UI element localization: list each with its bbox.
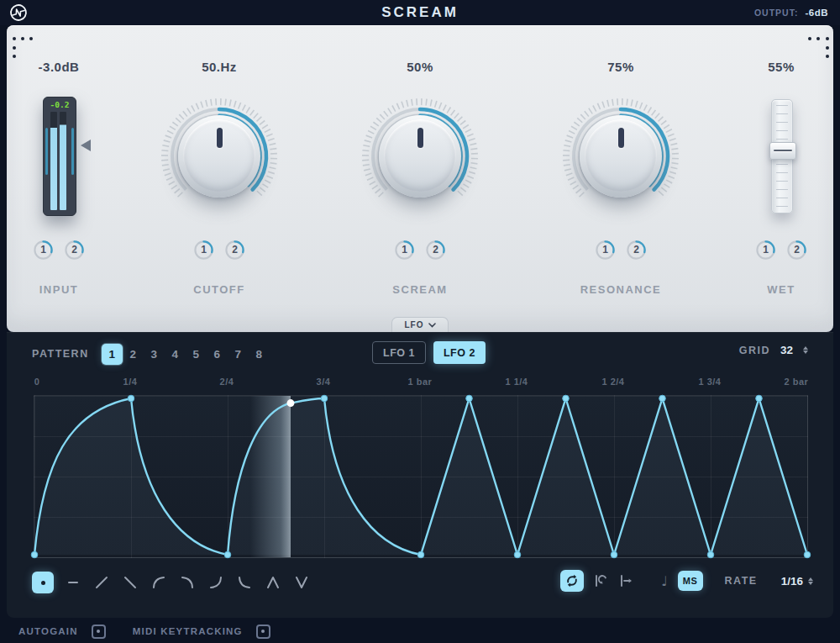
knob-face[interactable] xyxy=(379,115,461,198)
waveform-node[interactable] xyxy=(128,395,134,402)
curve-ramp-left-icon xyxy=(236,574,253,591)
waveform-node[interactable] xyxy=(417,551,424,558)
mod-slot-1-button[interactable]: 1 xyxy=(33,240,54,261)
resonance-value[interactable]: 75% xyxy=(549,60,692,74)
ms-mode-button[interactable]: MS xyxy=(678,571,703,591)
input-fader-handle[interactable] xyxy=(81,140,91,151)
resonance-label: RESONANCE xyxy=(549,283,692,296)
waveform-node[interactable] xyxy=(804,551,811,558)
one-shot-mode-button[interactable] xyxy=(616,571,636,591)
wet-section: 55% 1 2 WET xyxy=(710,53,840,305)
output-value[interactable]: -6dB xyxy=(805,8,828,18)
mod-slot-2-button[interactable]: 2 xyxy=(224,240,245,261)
waveform-node[interactable] xyxy=(611,551,617,558)
input-value[interactable]: -3.0dB xyxy=(0,60,130,74)
cutoff-mod-slots: 1 2 xyxy=(148,240,291,261)
meter-bar-left xyxy=(50,112,57,210)
mod-slot-2-button[interactable]: 2 xyxy=(786,240,807,261)
lfo-waveform-editor[interactable] xyxy=(34,395,808,558)
toggle-dot-icon xyxy=(97,630,100,633)
scream-knob[interactable] xyxy=(357,93,483,219)
tool-flat-button[interactable] xyxy=(64,573,82,592)
rate-value[interactable]: 1/16 xyxy=(781,575,803,588)
lfo1-tab[interactable]: LFO 1 xyxy=(372,341,426,364)
scream-label: SCREAM xyxy=(349,283,491,296)
waveform-node[interactable] xyxy=(31,551,38,558)
pattern-6-button[interactable]: 6 xyxy=(207,348,228,361)
tool-peak-button[interactable] xyxy=(264,573,282,592)
mod-slot-1-button[interactable]: 1 xyxy=(193,240,214,261)
knob-face[interactable] xyxy=(580,115,662,198)
cutoff-knob[interactable] xyxy=(156,93,282,219)
pattern-2-button[interactable]: 2 xyxy=(123,348,144,361)
mod-slot-1-button[interactable]: 1 xyxy=(755,240,776,261)
cutoff-value[interactable]: 50.Hz xyxy=(148,60,291,74)
waveform-node-active[interactable] xyxy=(286,399,294,407)
lfo-dropdown-tab[interactable]: LFO xyxy=(391,317,449,332)
pattern-7-button[interactable]: 7 xyxy=(228,348,249,361)
input-meter[interactable]: -0.2 xyxy=(43,97,76,216)
waveform-node[interactable] xyxy=(224,551,231,558)
lfo-waveform[interactable] xyxy=(34,396,807,557)
grid-value[interactable]: 32 xyxy=(780,344,793,356)
tool-curve-ramp-right-button[interactable] xyxy=(207,573,225,592)
autogain-toggle[interactable] xyxy=(92,625,106,639)
waveform-fill xyxy=(34,398,807,555)
mod-slot-1-button[interactable]: 1 xyxy=(595,240,616,261)
knob-face[interactable] xyxy=(178,115,260,198)
lfo-selector: LFO 1 LFO 2 xyxy=(372,341,486,364)
pattern-1-button[interactable]: 1 xyxy=(102,344,123,365)
waveform-node[interactable] xyxy=(321,395,328,402)
triangle-peak-icon xyxy=(265,574,281,591)
mod-slot-2-button[interactable]: 2 xyxy=(64,240,85,261)
ruler-tick: 2/4 xyxy=(220,377,234,387)
lfo2-tab[interactable]: LFO 2 xyxy=(433,341,486,364)
mod-slot-1-label: 1 xyxy=(394,244,415,256)
lfo-panel: PATTERN 1 2 3 4 5 6 7 8 LFO 1 LFO 2 GRID… xyxy=(7,332,833,618)
flat-line-icon xyxy=(65,574,81,591)
waveform-node[interactable] xyxy=(514,551,521,558)
resonance-knob[interactable] xyxy=(558,93,684,219)
note-sync-button[interactable]: ♩ xyxy=(661,573,668,589)
waveform-node[interactable] xyxy=(466,395,473,402)
midi-keytracking-toggle[interactable] xyxy=(256,625,270,639)
loop-icon xyxy=(564,572,580,589)
waveform-node[interactable] xyxy=(659,395,666,402)
tool-curve-decay-button[interactable] xyxy=(178,573,197,592)
scream-value[interactable]: 50% xyxy=(349,60,491,74)
tool-point-button[interactable] xyxy=(32,572,54,593)
mod-slot-2-button[interactable]: 2 xyxy=(425,240,446,261)
tool-curve-ramp-left-button[interactable] xyxy=(235,573,254,592)
cutoff-section: 50.Hz 1 xyxy=(148,53,291,305)
pattern-8-button[interactable]: 8 xyxy=(249,348,270,361)
mod-slot-2-button[interactable]: 2 xyxy=(626,240,647,261)
grid-stepper[interactable] xyxy=(803,346,808,354)
tool-curve-attack-button[interactable] xyxy=(150,573,168,592)
scream-mod-slots: 1 2 xyxy=(349,240,491,261)
pattern-3-button[interactable]: 3 xyxy=(144,348,165,361)
tool-line-down-button[interactable] xyxy=(121,573,139,592)
rate-stepper[interactable] xyxy=(808,577,813,585)
waveform-node[interactable] xyxy=(756,395,763,402)
mod-slot-2-label: 2 xyxy=(425,244,446,256)
pattern-5-button[interactable]: 5 xyxy=(186,348,207,361)
waveform-node[interactable] xyxy=(563,395,570,402)
wet-slider[interactable] xyxy=(771,99,793,213)
retrigger-mode-button[interactable] xyxy=(591,571,611,591)
mod-slot-2-label: 2 xyxy=(64,244,85,256)
wet-slider-handle[interactable] xyxy=(769,142,796,160)
tool-valley-button[interactable] xyxy=(292,573,311,592)
ruler-tick: 0 xyxy=(34,377,40,387)
grid-control: GRID 32 xyxy=(739,344,808,356)
knob-pointer xyxy=(217,128,223,148)
loop-mode-button[interactable] xyxy=(560,570,584,592)
meter-bar-right xyxy=(60,112,66,210)
autogain-label: AUTOGAIN xyxy=(18,626,78,636)
pattern-4-button[interactable]: 4 xyxy=(165,348,186,361)
tool-line-up-button[interactable] xyxy=(92,573,111,592)
waveform-node[interactable] xyxy=(707,551,714,558)
wet-value[interactable]: 55% xyxy=(710,60,840,74)
plugin-title: SCREAM xyxy=(0,4,840,21)
resonance-mod-slots: 1 2 xyxy=(549,240,692,261)
mod-slot-1-button[interactable]: 1 xyxy=(394,240,415,261)
